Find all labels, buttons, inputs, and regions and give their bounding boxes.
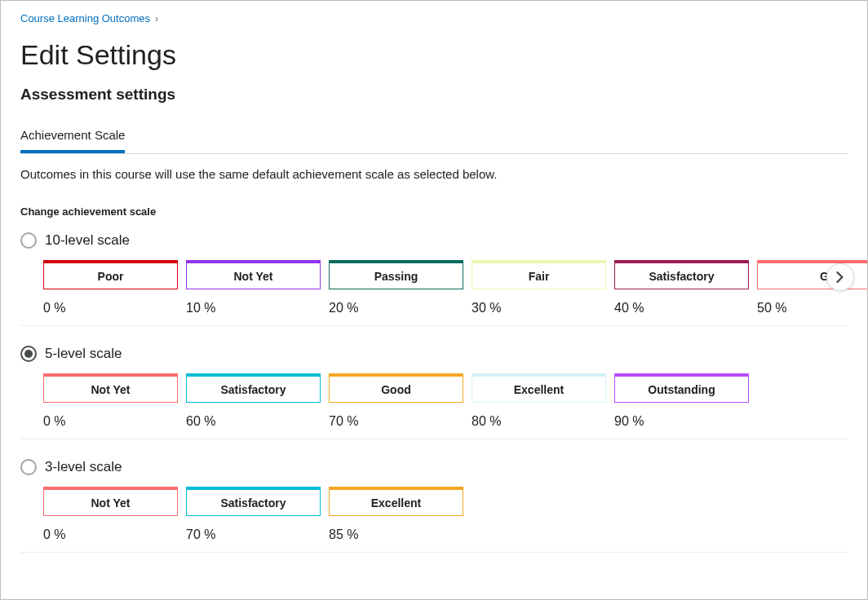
- level-badge: Excellent: [329, 487, 463, 516]
- scale-levels-wrap: Not Yet0 %Satisfactory70 %Excellent85 %: [20, 487, 848, 553]
- breadcrumb: Course Learning Outcomes ›: [20, 12, 848, 24]
- scale-radio-label: 5-level scale: [45, 346, 122, 362]
- tab-achievement-scale[interactable]: Achievement Scale: [20, 121, 125, 153]
- level-badge: Not Yet: [43, 487, 178, 516]
- scale-level: Satisfactory40 %: [614, 260, 749, 315]
- scale-level: Outstanding90 %: [614, 373, 749, 429]
- level-badge: Poor: [43, 260, 178, 289]
- level-percent: 30 %: [472, 301, 606, 315]
- scale-levels: Not Yet0 %Satisfactory60 %Good70 %Excell…: [43, 373, 848, 429]
- level-percent: 10 %: [186, 301, 321, 315]
- level-percent: 90 %: [614, 414, 749, 429]
- scale-radio-row-five[interactable]: 5-level scale: [20, 346, 848, 362]
- level-badge: Satisfactory: [614, 260, 749, 289]
- change-scale-label: Change achievement scale: [20, 205, 848, 218]
- scale-radio-label: 3-level scale: [45, 459, 122, 475]
- scale-option-five: 5-level scaleNot Yet0 %Satisfactory60 %G…: [20, 346, 848, 439]
- level-percent: 0 %: [43, 414, 178, 429]
- scale-level: Satisfactory60 %: [186, 373, 321, 429]
- level-percent: 0 %: [43, 301, 178, 315]
- scale-levels-wrap: Not Yet0 %Satisfactory60 %Good70 %Excell…: [20, 373, 848, 439]
- level-badge: Excellent: [472, 373, 606, 403]
- level-percent: 80 %: [472, 414, 606, 429]
- level-percent: 50 %: [757, 301, 868, 315]
- page-title: Edit Settings: [20, 39, 848, 71]
- level-badge: Fair: [472, 260, 606, 289]
- breadcrumb-parent-link[interactable]: Course Learning Outcomes: [20, 12, 150, 24]
- level-percent: 20 %: [329, 301, 463, 315]
- level-badge: Not Yet: [186, 260, 321, 289]
- scale-levels-wrap: Poor0 %Not Yet10 %Passing20 %Fair30 %Sat…: [20, 260, 848, 326]
- scale-level: Excellent85 %: [329, 487, 463, 542]
- chevron-right-icon: ›: [155, 13, 158, 24]
- scale-level: Not Yet0 %: [43, 373, 178, 429]
- level-badge: Outstanding: [614, 373, 749, 403]
- scale-level: Not Yet10 %: [186, 260, 321, 315]
- level-badge: Passing: [329, 260, 463, 289]
- scale-radio-five[interactable]: [20, 346, 37, 362]
- scale-levels: Not Yet0 %Satisfactory70 %Excellent85 %: [43, 487, 848, 542]
- intro-text: Outcomes in this course will use the sam…: [20, 167, 848, 181]
- scale-level: Excellent80 %: [472, 373, 606, 429]
- scale-level: Poor0 %: [43, 260, 178, 315]
- level-percent: 70 %: [186, 527, 321, 542]
- scale-level: Fair30 %: [472, 260, 606, 315]
- scale-option-ten: 10-level scalePoor0 %Not Yet10 %Passing2…: [20, 232, 848, 326]
- scale-radio-ten[interactable]: [20, 232, 37, 249]
- scroll-right-button[interactable]: [826, 263, 854, 291]
- level-percent: 85 %: [329, 527, 463, 542]
- scale-level: Not Yet0 %: [43, 487, 178, 542]
- scale-level: Passing20 %: [329, 260, 463, 315]
- section-heading: Assessment settings: [20, 86, 848, 104]
- scale-option-three: 3-level scaleNot Yet0 %Satisfactory70 %E…: [20, 459, 848, 553]
- scale-radio-row-three[interactable]: 3-level scale: [20, 459, 848, 475]
- level-badge: Satisfactory: [186, 373, 321, 403]
- level-badge: Not Yet: [43, 373, 178, 403]
- level-badge: Satisfactory: [186, 487, 321, 516]
- chevron-right-icon: [836, 271, 844, 283]
- level-badge: Good: [329, 373, 463, 403]
- level-percent: 0 %: [43, 527, 178, 542]
- scale-radio-three[interactable]: [20, 459, 37, 475]
- scale-level: Satisfactory70 %: [186, 487, 321, 542]
- level-percent: 70 %: [329, 414, 463, 429]
- scale-radio-row-ten[interactable]: 10-level scale: [20, 232, 848, 249]
- level-percent: 60 %: [186, 414, 321, 429]
- tab-bar: Achievement Scale: [20, 121, 848, 154]
- scale-radio-label: 10-level scale: [45, 232, 130, 249]
- scale-level: Good70 %: [329, 373, 463, 429]
- scale-levels: Poor0 %Not Yet10 %Passing20 %Fair30 %Sat…: [43, 260, 848, 315]
- level-percent: 40 %: [614, 301, 749, 315]
